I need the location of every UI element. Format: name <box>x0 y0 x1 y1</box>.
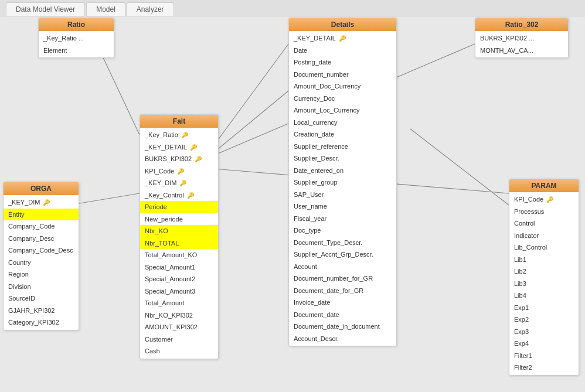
table-row: Region <box>4 268 79 281</box>
table-row: Category_KPI302 <box>4 316 79 329</box>
table-row: Customer <box>140 333 218 346</box>
table-row: Nbr_KO_KPI302 <box>140 309 218 322</box>
svg-line-6 <box>410 129 509 205</box>
table-row: Document_date <box>289 309 396 321</box>
table-row: Total_Amount_KO <box>140 249 218 261</box>
table-row: Doc_type <box>289 224 396 237</box>
table-row: Document_date_for_GR <box>289 285 396 297</box>
table-details-header: Details <box>289 18 396 31</box>
table-row: SAP_User <box>289 189 396 201</box>
table-row: New_periode <box>140 213 218 226</box>
svg-line-2 <box>214 91 288 152</box>
table-row: Exp4 <box>509 338 579 350</box>
canvas: Data Model Viewer Model Analyzer Ratio _… <box>0 0 585 392</box>
table-row: Lib_Control <box>509 241 579 254</box>
table-param: PARAM KPI_Code 🔑 Processus Control Indic… <box>509 179 579 376</box>
tab-data-model-viewer[interactable]: Data Model Viewer <box>6 2 85 16</box>
table-row: Special_Amount2 <box>140 273 218 285</box>
table-row: Lib1 <box>509 254 579 266</box>
table-row: Exp3 <box>509 326 579 338</box>
table-row: Lib2 <box>509 265 579 278</box>
table-row: Company_Desc <box>4 233 79 245</box>
table-row: Currency_Doc <box>289 93 396 105</box>
table-details: Details _KEY_DETAIL 🔑 Date Posting_date … <box>288 18 397 346</box>
table-row-entity: Entity <box>4 209 79 221</box>
table-orga: ORGA _KEY_DIM 🔑 Entity Company_Code Comp… <box>3 182 79 330</box>
table-row: Amount_Doc_Currency <box>289 80 396 93</box>
table-ratio302: Ratio_302 BUKRS_KPI302 ... MONTH_AV_CA..… <box>475 18 569 58</box>
svg-line-1 <box>214 44 288 145</box>
table-row: Invoice_date <box>289 296 396 309</box>
table-row: GJAHR_KPI302 <box>4 305 79 317</box>
table-row: _KEY_DIM 🔑 <box>4 196 79 209</box>
table-row: Supplier_Accnt_Grp_Descr. <box>289 248 396 261</box>
table-ratio-header: Ratio <box>39 18 114 31</box>
table-row: Posting_date <box>289 56 396 69</box>
table-row: Filter2 <box>509 362 579 374</box>
table-row: Amount_Loc_Currency <box>289 104 396 117</box>
table-fait-header: Fait <box>140 115 218 128</box>
table-param-header: PARAM <box>509 179 579 192</box>
table-row: SourceID <box>4 292 79 305</box>
tab-model[interactable]: Model <box>86 2 125 16</box>
table-row: KPI_Code 🔑 <box>140 165 218 178</box>
table-row: Fiscal_year <box>289 213 396 225</box>
table-row: Date <box>289 45 396 57</box>
table-row: Exp1 <box>509 302 579 314</box>
table-row: Lib3 <box>509 278 579 290</box>
table-row: BUKRS_KPI302 ... <box>475 32 568 45</box>
svg-line-4 <box>76 193 140 204</box>
table-row: AMOUNT_KPI302 <box>140 321 218 333</box>
table-row: Country <box>4 257 79 269</box>
table-ratio: Ratio _Key_Ratio ... Element <box>38 18 114 58</box>
table-row: _Key_Control 🔑 <box>140 189 218 202</box>
table-row: _KEY_DETAIL 🔑 <box>289 32 396 45</box>
table-row: Document_number <box>289 69 396 81</box>
table-row: Company_Code_Desc <box>4 244 79 257</box>
table-row: Total_Amount <box>140 297 218 309</box>
table-row: Filter1 <box>509 350 579 362</box>
table-row: Special_Amount3 <box>140 285 218 298</box>
table-row: Document_Type_Descr. <box>289 237 396 249</box>
table-row: BUKRS_KPI302 🔑 <box>140 153 218 165</box>
table-orga-header: ORGA <box>4 182 79 195</box>
table-row: Document_number_for_GR <box>289 272 396 285</box>
table-row: Document_date_in_document <box>289 321 396 333</box>
table-row: _Key_Ratio 🔑 <box>140 129 218 141</box>
table-row: Supplier_reference <box>289 141 396 153</box>
top-bar: Data Model Viewer Model Analyzer <box>0 0 585 16</box>
table-row: Lib4 <box>509 289 579 302</box>
table-row: _KEY_DIM 🔑 <box>140 177 218 189</box>
table-row: KPI_Code 🔑 <box>509 193 579 206</box>
table-row-periode: Periode <box>140 201 218 213</box>
table-row: Exp2 <box>509 313 579 326</box>
table-row: Account_Descr. <box>289 333 396 345</box>
table-row-nbr-total: Nbr_TOTAL <box>140 237 218 250</box>
table-row: Cash <box>140 345 218 357</box>
table-row: Supplier_group <box>289 176 396 189</box>
table-row: Date_entered_on <box>289 165 396 177</box>
table-row: _Key_Ratio ... <box>39 32 114 45</box>
table-row: Creation_date <box>289 128 396 141</box>
table-row-nbr-ko: Nbr_KO <box>140 225 218 237</box>
table-row: Company_Code <box>4 220 79 233</box>
table-row: MONTH_AV_CA... <box>475 45 568 57</box>
table-row: User_name <box>289 200 396 213</box>
table-fait: Fait _Key_Ratio 🔑 _KEY_DETAIL 🔑 BUKRS_KP… <box>140 114 219 359</box>
table-row: Division <box>4 281 79 293</box>
table-row: Control <box>509 217 579 230</box>
table-row: _KEY_DETAIL 🔑 <box>140 141 218 154</box>
tab-analyzer[interactable]: Analyzer <box>127 2 174 16</box>
table-ratio302-header: Ratio_302 <box>475 18 568 31</box>
table-row: Account <box>289 261 396 273</box>
table-row: Indicator <box>509 230 579 242</box>
table-row: Local_currency <box>289 117 396 129</box>
table-row: Supplier_Descr. <box>289 152 396 165</box>
table-row: Processus <box>509 206 579 218</box>
table-row: Element <box>39 45 114 57</box>
table-row: Special_Amount1 <box>140 261 218 274</box>
